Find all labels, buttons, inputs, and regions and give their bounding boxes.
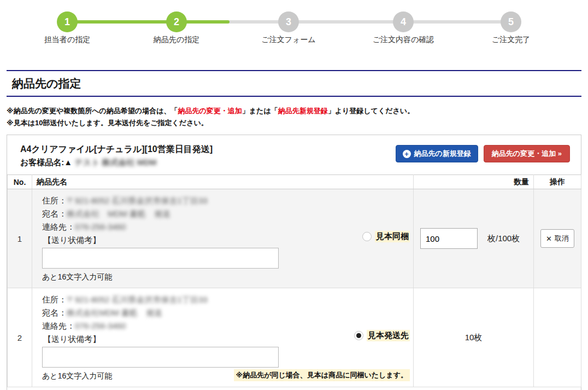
step-circle-1: 1 <box>57 11 78 32</box>
note-text: ※納品先の変更や複数箇所への納品希望の場合は、「 <box>7 107 178 115</box>
new-register-label: 納品先の新規登録 <box>414 149 471 159</box>
recipient-value-blurred: 株式会社MDM 書処 発送 <box>67 308 162 317</box>
shipping-remarks-label: 【送り状備考】 <box>43 234 409 247</box>
sample-option-group: 見本同梱 <box>362 231 410 242</box>
header-buttons: + 納品先の新規登録 納品先の変更・追加 » <box>396 145 570 162</box>
operation-cell <box>534 288 581 387</box>
panel-header: A4クリアファイル[ナチュラル][10営業日目発送] お客様品名:▲ テスト 株… <box>7 135 581 174</box>
contact-label: 連絡先： <box>42 222 75 231</box>
contact-value-blurred: 076-256-3460 <box>75 321 126 330</box>
table-header-row: No. 納品先名 数量 操作 <box>8 175 581 189</box>
customer-label: お客様品名:▲ <box>20 158 72 167</box>
address-label: 住所： <box>42 196 67 205</box>
destination-change-add-button[interactable]: 納品先の変更・追加 » <box>484 145 570 162</box>
shipping-remarks-textarea[interactable] <box>42 347 279 368</box>
note-line-1: ※納品先の変更や複数箇所への納品希望の場合は、「納品先の変更・追加」または「納品… <box>7 105 581 117</box>
row-number: 2 <box>8 288 32 387</box>
destination-table: No. 納品先名 数量 操作 1 住所：〒921-8052 石川県金沢市保古1丁… <box>7 174 581 387</box>
note-text: 」または「 <box>242 107 278 115</box>
remaining-chars-hint: あと16文字入力可能 <box>42 272 409 282</box>
note-red-new-register: 納品先新規登録 <box>278 107 328 115</box>
recipient-label: 宛名： <box>42 209 67 218</box>
quantity-cell: 枚/100枚 <box>414 189 534 288</box>
step-number: 1 <box>64 16 70 28</box>
step-number: 2 <box>174 16 179 28</box>
recipient-value-blurred: 株式会社 MDM 書処 発送 <box>67 209 170 218</box>
quantity-input[interactable] <box>420 228 478 249</box>
table-row: 2 住所：〒921-8052 石川県金沢市保古1丁目33 宛名：株式会社MDM … <box>8 288 581 387</box>
address-line: 住所：〒921-8052 石川県金沢市保古1丁目33 <box>42 194 409 207</box>
contact-line: 連絡先：076-256-3460 <box>42 220 409 234</box>
step-label-5: ご注文完了 <box>492 35 530 45</box>
step-label-3: ご注文フォーム <box>261 35 315 45</box>
note-red-change-add: 納品先の変更・追加 <box>178 107 242 115</box>
header-operation: 操作 <box>534 175 581 189</box>
operation-cell: ✕ 取消 <box>534 189 581 288</box>
step-label-1: 担当者の指定 <box>44 35 90 45</box>
same-destination-note: ※納品先が同じ場合、見本は商品に同梱いたします。 <box>234 369 410 381</box>
address-label: 住所： <box>42 295 67 304</box>
sample-bundle-radio[interactable] <box>362 232 372 241</box>
table-row: 1 住所：〒921-8052 石川県金沢市保古1丁目33 宛名：株式会社 MDM… <box>8 189 581 288</box>
step-circle-3: 3 <box>278 11 299 32</box>
header-quantity: 数量 <box>414 175 534 189</box>
step-circle-2: 2 <box>166 11 187 32</box>
recipient-line: 宛名：株式会社 MDM 書処 発送 <box>42 207 409 220</box>
destination-cell: 住所：〒921-8052 石川県金沢市保古1丁目33 宛名：株式会社MDM 書処… <box>32 288 414 387</box>
recipient-label: 宛名： <box>42 308 67 317</box>
customer-value-blurred: テスト 株式会社 MDM <box>74 158 156 167</box>
step-number: 5 <box>508 16 514 28</box>
address-value-blurred: 〒921-8052 石川県金沢市保古1丁目33 <box>67 295 208 304</box>
quantity-suffix: 枚/100枚 <box>487 234 520 244</box>
sample-shipping-label[interactable]: 見本発送先 <box>367 330 410 341</box>
plus-circle-icon: + <box>403 150 411 158</box>
delivery-destination-panel: A4クリアファイル[ナチュラル][10営業日目発送] お客様品名:▲ テスト 株… <box>7 135 581 390</box>
step-circle-5: 5 <box>501 11 521 32</box>
new-destination-register-button[interactable]: + 納品先の新規登録 <box>396 145 478 162</box>
note-line-2: ※見本は10部送付いたします。見本送付先をご指定ください。 <box>7 117 581 129</box>
step-label-2: 納品先の指定 <box>154 35 199 45</box>
address-value-blurred: 〒921-8052 石川県金沢市保古1丁目33 <box>67 196 208 205</box>
sample-shipping-radio[interactable] <box>354 331 363 340</box>
note-text: 」より登録してください。 <box>328 107 414 115</box>
destination-cell: 住所：〒921-8052 石川県金沢市保古1丁目33 宛名：株式会社 MDM 書… <box>32 189 414 288</box>
row-number: 1 <box>8 189 32 288</box>
shipping-remarks-textarea[interactable] <box>42 248 279 269</box>
order-step-indicator: 1 2 3 4 5 担当者の指定 納品先の指定 ご注文フォーム ご注文内容の確認… <box>0 0 588 55</box>
cancel-label: 取消 <box>555 234 569 243</box>
step-progress-bar <box>67 20 230 24</box>
radio-selected-dot <box>356 333 361 338</box>
header-destination-name: 納品先名 <box>32 175 414 189</box>
step-number: 4 <box>401 16 406 28</box>
sample-bundle-label[interactable]: 見本同梱 <box>375 231 410 242</box>
address-line: 住所：〒921-8052 石川県金沢市保古1丁目33 <box>42 293 409 306</box>
header-no: No. <box>8 175 32 189</box>
page-title-section: 納品先の指定 <box>7 70 581 97</box>
step-label-4: ご注文内容の確認 <box>373 35 434 45</box>
step-number: 3 <box>286 16 291 28</box>
recipient-line: 宛名：株式会社MDM 書処 発送 <box>42 306 409 319</box>
step-circle-4: 4 <box>393 11 414 32</box>
page-title: 納品先の指定 <box>12 76 576 91</box>
contact-value-blurred: 076-256-3460 <box>75 222 126 231</box>
cancel-button[interactable]: ✕ 取消 <box>540 229 574 248</box>
quantity-cell: 10枚 <box>414 288 534 387</box>
sample-option-group: 見本発送先 <box>354 330 410 341</box>
contact-label: 連絡先： <box>42 321 75 330</box>
instruction-notes: ※納品先の変更や複数箇所への納品希望の場合は、「納品先の変更・追加」または「納品… <box>7 105 581 129</box>
x-icon: ✕ <box>546 235 552 243</box>
